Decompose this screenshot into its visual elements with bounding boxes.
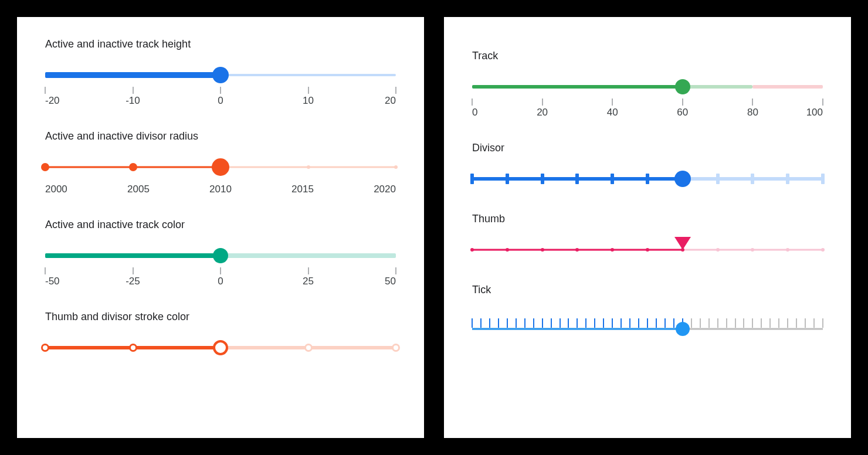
scale-tick (752, 99, 753, 106)
slider-tick (472, 318, 473, 328)
slider-title: Tick (472, 284, 823, 296)
scale-label: 20 (385, 95, 396, 107)
slider-track: Track 020406080100 (472, 50, 823, 118)
slider-thumb[interactable] (674, 171, 691, 187)
slider-track-height: Active and inactive track height -20-100… (45, 38, 396, 107)
slider-divisor (611, 248, 614, 252)
slider-control[interactable] (472, 168, 823, 189)
slider-divisor (786, 248, 789, 252)
slider-divisor (575, 174, 579, 184)
slider-tick (752, 318, 753, 328)
slider-divisor (506, 174, 509, 184)
scale-label: 0 (218, 276, 223, 287)
slider-tick (700, 318, 701, 328)
scale-tick (472, 99, 473, 106)
slider-divisor (821, 174, 825, 184)
scale-tick (45, 267, 46, 274)
track-active (472, 328, 683, 330)
scale-tick (133, 267, 133, 274)
slider-tick (735, 318, 736, 328)
slider-divisor (506, 248, 509, 252)
scale-label: -20 (45, 95, 60, 107)
slider-thumb[interactable] (212, 158, 229, 176)
slider-thumb[interactable] (675, 79, 690, 94)
slider-tick (560, 318, 561, 328)
slider-divisor (470, 248, 474, 252)
slider-control[interactable] (472, 76, 823, 97)
scale-tick (221, 87, 221, 94)
scale-label: -50 (45, 276, 60, 287)
scale-tick (396, 267, 396, 274)
scale-label: 20 (537, 107, 548, 118)
slider-tick (594, 318, 595, 328)
slider-tick (691, 318, 692, 328)
slider-tick (577, 318, 578, 328)
slider-control[interactable] (45, 337, 396, 358)
scale-label: 100 (806, 107, 823, 118)
slider-divisor (611, 174, 614, 184)
slider-tick (568, 318, 569, 328)
scale-tick (823, 99, 823, 106)
slider-divisor (129, 163, 137, 171)
scale-label: 40 (607, 107, 618, 118)
slider-tick (612, 318, 613, 328)
slider-tick (585, 318, 586, 328)
slider-thumb[interactable] (212, 67, 229, 83)
slider-divisor (541, 248, 544, 252)
slider-divisor (541, 174, 544, 184)
slider-thumb[interactable] (676, 322, 690, 336)
scale-tick (542, 99, 542, 106)
slider-title: Track (472, 50, 823, 62)
scale-label: 0 (472, 107, 477, 118)
slider-tick (638, 318, 639, 328)
slider-scale: 020406080100 (472, 99, 823, 118)
slider-divisor (307, 165, 310, 169)
left-panel: Active and inactive track height -20-100… (17, 17, 424, 438)
slider-tick (542, 318, 543, 328)
slider-control[interactable] (45, 157, 396, 178)
slider-divisor (751, 174, 754, 184)
slider-tick (647, 318, 648, 328)
slider-divisor (575, 248, 579, 252)
slider-tick (664, 318, 666, 328)
slider-tick (822, 318, 823, 328)
slider-thumb[interactable] (213, 248, 228, 263)
slider-tick (778, 318, 779, 328)
scale-label: 80 (747, 107, 758, 118)
scale-label: 2015 (291, 184, 314, 195)
slider-control[interactable] (45, 245, 396, 266)
slider-divisor (304, 344, 313, 352)
slider-control[interactable] (472, 310, 823, 336)
slider-title: Active and inactive track height (45, 38, 396, 50)
slider-title: Thumb (472, 213, 823, 225)
track-active (45, 72, 221, 78)
slider-tick (603, 318, 604, 328)
slider-tick (761, 318, 762, 328)
slider-thumb[interactable] (213, 340, 228, 355)
scale-label: 10 (303, 95, 314, 107)
track-segment (752, 85, 823, 89)
slider-tick (629, 318, 630, 328)
slider-control[interactable] (472, 239, 823, 260)
slider-tick (489, 318, 490, 328)
scale-tick (308, 87, 308, 94)
slider-tick (621, 318, 622, 328)
slider-tick (769, 318, 771, 328)
slider-divisor (751, 248, 754, 252)
scale-label: 25 (303, 276, 314, 287)
slider-tick (533, 318, 534, 328)
slider-divisor (41, 163, 49, 171)
slider-divisor (646, 248, 649, 252)
scale-label: 2010 (209, 184, 232, 195)
slider-control[interactable] (45, 64, 396, 86)
slider-tick (743, 318, 744, 328)
slider-tick (717, 318, 718, 328)
track-segment (472, 85, 683, 89)
slider-track-color: Active and inactive track color -50-2502… (45, 219, 396, 287)
slider-title: Active and inactive track color (45, 219, 396, 231)
scale-tick (308, 267, 308, 274)
slider-tick (516, 318, 517, 328)
slider-thumb-triangle[interactable] (674, 237, 691, 250)
slider-divisor (716, 248, 720, 252)
scale-label: 2000 (45, 184, 67, 195)
